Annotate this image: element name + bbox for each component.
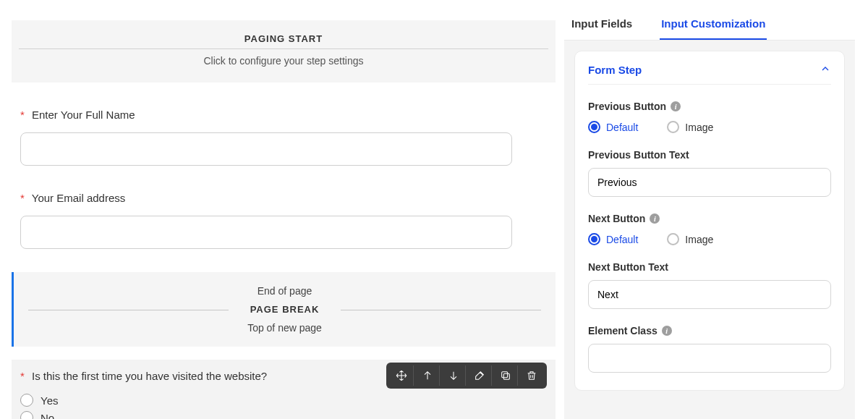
accordion-header[interactable]: Form Step: [588, 63, 831, 85]
info-icon[interactable]: i: [662, 326, 672, 336]
radio-option-no[interactable]: No: [20, 411, 547, 419]
page-break-block[interactable]: End of page PAGE BREAK Top of new page: [12, 272, 556, 347]
edit-icon[interactable]: [467, 365, 492, 386]
radio-icon: [20, 394, 33, 407]
radio-prev-default[interactable]: Default: [588, 121, 638, 133]
required-asterisk: *: [20, 109, 25, 121]
svg-rect-1: [501, 372, 507, 378]
radio-next-image[interactable]: Image: [667, 233, 713, 245]
tab-input-customization[interactable]: Input Customization: [660, 7, 767, 40]
copy-icon[interactable]: [493, 365, 518, 386]
full-name-input[interactable]: [20, 132, 512, 166]
paging-start-title: PAGING START: [19, 33, 548, 44]
radio-icon: [588, 121, 600, 133]
radio-label: Yes: [41, 394, 58, 407]
radio-prev-image[interactable]: Image: [667, 121, 713, 133]
element-class-input[interactable]: [588, 344, 831, 373]
next-button-text-setting: Next Button Text: [588, 261, 831, 309]
radio-icon: [667, 121, 679, 133]
previous-button-text-input[interactable]: [588, 168, 831, 197]
field-label: * Your Email address: [20, 192, 547, 204]
sidebar-body: Form Step Previous Button i Default: [564, 41, 855, 419]
prev-button-radios: Default Image: [588, 121, 831, 133]
page-break-title: PAGE BREAK: [21, 304, 548, 315]
setting-label: Next Button i: [588, 213, 831, 224]
paging-start-block[interactable]: PAGING START Click to configure your ste…: [12, 20, 556, 82]
label-text: Element Class: [588, 325, 658, 337]
required-asterisk: *: [20, 192, 25, 204]
form-step-accordion: Form Step Previous Button i Default: [574, 51, 845, 391]
move-up-icon[interactable]: [415, 365, 440, 386]
label-text: Previous Button: [588, 101, 666, 112]
radio-icon: [20, 411, 33, 419]
field-full-name[interactable]: * Enter Your Full Name: [12, 109, 556, 166]
label-text: Next Button Text: [588, 261, 668, 273]
setting-label: Next Button Text: [588, 261, 831, 273]
label-text: Is this the first time you have visited …: [32, 370, 267, 382]
label-text: Previous Button Text: [588, 149, 689, 161]
element-toolbar: [386, 363, 547, 389]
page-break-end: End of page: [21, 285, 548, 297]
label-text: Your Email address: [32, 192, 126, 204]
next-button-text-input[interactable]: [588, 280, 831, 309]
move-down-icon[interactable]: [441, 365, 466, 386]
next-button-radios: Default Image: [588, 233, 831, 245]
field-first-visit[interactable]: * Is this the first time you have visite…: [12, 360, 556, 419]
label-text: Enter Your Full Name: [32, 109, 135, 121]
info-icon[interactable]: i: [650, 213, 660, 224]
radio-label: Image: [685, 234, 713, 245]
paging-start-subtitle: Click to configure your step settings: [19, 55, 548, 67]
required-asterisk: *: [20, 370, 25, 382]
radio-icon: [667, 233, 679, 245]
label-text: Next Button: [588, 213, 645, 224]
accordion-title: Form Step: [588, 64, 642, 76]
previous-button-text-setting: Previous Button Text: [588, 149, 831, 197]
previous-button-setting: Previous Button i Default Image: [588, 101, 831, 133]
setting-label: Previous Button Text: [588, 149, 831, 161]
form-canvas: PAGING START Click to configure your ste…: [0, 0, 564, 419]
radio-label: No: [41, 412, 54, 420]
sidebar-tabs: Input Fields Input Customization: [564, 7, 855, 41]
radio-icon: [588, 233, 600, 245]
field-label: * Enter Your Full Name: [20, 109, 547, 121]
drag-icon[interactable]: [389, 365, 414, 386]
radio-label: Default: [606, 234, 638, 245]
setting-label: Previous Button i: [588, 101, 831, 112]
setting-label: Element Class i: [588, 325, 831, 337]
chevron-up-icon: [820, 63, 831, 77]
tab-input-fields[interactable]: Input Fields: [570, 7, 634, 40]
radio-next-default[interactable]: Default: [588, 233, 638, 245]
radio-label: Image: [685, 122, 713, 133]
element-class-setting: Element Class i: [588, 325, 831, 373]
field-email[interactable]: * Your Email address: [12, 192, 556, 249]
radio-label: Default: [606, 122, 638, 133]
divider: [19, 48, 548, 49]
svg-rect-0: [503, 373, 509, 379]
next-button-setting: Next Button i Default Image: [588, 213, 831, 245]
page-break-top: Top of new page: [21, 322, 548, 334]
info-icon[interactable]: i: [671, 101, 681, 111]
radio-option-yes[interactable]: Yes: [20, 394, 547, 407]
settings-sidebar: Input Fields Input Customization Form St…: [564, 0, 868, 419]
delete-icon[interactable]: [519, 365, 544, 386]
email-input[interactable]: [20, 216, 512, 249]
